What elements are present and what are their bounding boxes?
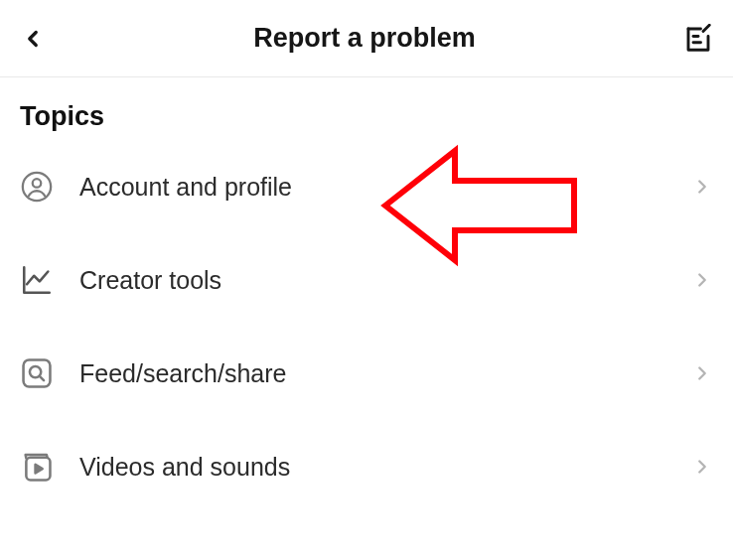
back-button[interactable] xyxy=(20,26,46,52)
topic-label: Videos and sounds xyxy=(79,453,691,482)
topic-label: Account and profile xyxy=(79,173,691,202)
page-title: Report a problem xyxy=(46,23,683,54)
chevron-right-icon xyxy=(691,456,713,478)
section-title: Topics xyxy=(0,77,733,140)
video-play-icon xyxy=(20,450,54,484)
topic-item-feed-search-share[interactable]: Feed/search/share xyxy=(20,327,713,420)
chevron-right-icon xyxy=(691,362,713,384)
svg-line-4 xyxy=(40,376,44,380)
topic-item-creator-tools[interactable]: Creator tools xyxy=(20,233,713,327)
svg-point-1 xyxy=(33,179,42,188)
back-icon xyxy=(20,26,46,52)
topic-item-account-profile[interactable]: Account and profile xyxy=(20,140,713,233)
chart-line-icon xyxy=(20,263,54,297)
svg-marker-6 xyxy=(36,465,43,474)
topic-item-videos-sounds[interactable]: Videos and sounds xyxy=(20,420,713,513)
chevron-right-icon xyxy=(691,176,713,198)
search-square-icon xyxy=(20,356,54,390)
topic-list: Account and profile Creator tools xyxy=(0,140,733,513)
topic-label: Feed/search/share xyxy=(79,359,691,388)
svg-rect-2 xyxy=(24,360,51,387)
user-circle-icon xyxy=(20,170,54,204)
report-button[interactable] xyxy=(683,24,713,54)
chevron-right-icon xyxy=(691,269,713,291)
topic-label: Creator tools xyxy=(79,266,691,295)
note-edit-icon xyxy=(683,24,713,54)
header: Report a problem xyxy=(0,0,733,77)
